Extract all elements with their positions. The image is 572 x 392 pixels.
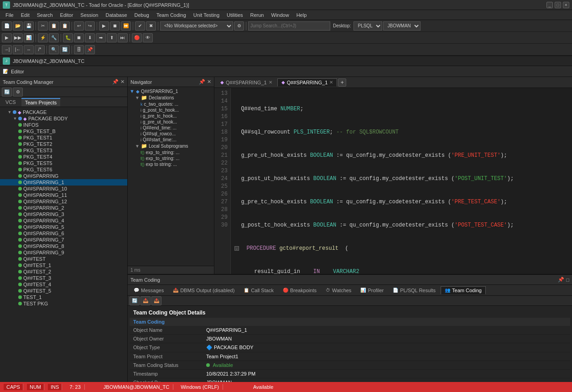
nav-func-1[interactable]: f() exp_to_string: ...	[128, 150, 214, 155]
bottom-tab-callstack[interactable]: 📋 Call Stack	[239, 286, 278, 294]
tree-item-q-sparring-11[interactable]: Q##SPARRING_11	[0, 192, 127, 198]
nav-g-pre-tc[interactable]: i g_pre_tc_hook...	[128, 113, 214, 119]
tb-step-into-btn[interactable]: ⬇	[85, 33, 95, 42]
nav-end-time[interactable]: i Q##end_time: ...	[128, 125, 214, 131]
tree-item-pkg-test1[interactable]: PKG_TEST1	[0, 134, 127, 141]
lp-settings-btn[interactable]: ⚙	[13, 88, 23, 97]
tb-execute-all-btn[interactable]: ▶▶	[13, 33, 23, 42]
tb-watch-btn[interactable]: 👁	[143, 33, 153, 42]
user-select[interactable]: JBOWMAN	[383, 21, 421, 31]
tree-item-infos[interactable]: INFOS	[0, 122, 127, 128]
lp-refresh-btn[interactable]: 🔄	[2, 88, 12, 97]
bottom-tab-messages[interactable]: 💬 Messages	[130, 286, 168, 294]
nav-func-3[interactable]: f() exp to string: ...	[128, 161, 214, 167]
tb-paste-btn[interactable]: 📋	[60, 21, 70, 31]
tb-commit-btn[interactable]: ✔	[135, 21, 145, 31]
menu-session[interactable]: Session	[77, 11, 102, 19]
tb-copy-btn[interactable]: 📋	[49, 21, 59, 31]
tb-object-search-btn[interactable]: 📌	[85, 45, 95, 54]
tb-outdent-btn[interactable]: |←	[13, 45, 23, 54]
tb-ws-btn[interactable]: ⚙	[234, 21, 244, 31]
jump-search-input[interactable]	[248, 21, 330, 31]
tb-run-to-cursor-btn[interactable]: ⏭	[118, 33, 128, 42]
tree-item-pkg-test6[interactable]: PKG_TEST6	[0, 166, 127, 173]
minimize-button[interactable]: _	[546, 2, 553, 8]
tb-cut-btn[interactable]: ✂	[38, 21, 48, 31]
tree-item-q-test-2[interactable]: Q##TEST_2	[0, 268, 127, 275]
close-button[interactable]: ✕	[563, 2, 569, 8]
bottom-panel-expand[interactable]: □	[566, 277, 569, 283]
tb-rollback-btn[interactable]: ✖	[146, 21, 156, 31]
tree-item-q-test-1[interactable]: Q##TEST_1	[0, 262, 127, 268]
menu-help[interactable]: Help	[293, 11, 311, 19]
tb-step-out-btn[interactable]: ⬆	[107, 33, 117, 42]
nav-g-pre-ut[interactable]: i g_pre_ut_hook...	[128, 119, 214, 125]
bottom-tab-profiler[interactable]: 📊 Profiler	[356, 286, 388, 294]
left-panel-pin[interactable]: 📌	[112, 79, 119, 85]
tree-item-q-sparring-7[interactable]: Q##SPARRING_7	[0, 237, 127, 243]
bt-checkout-btn[interactable]: 📤	[151, 296, 161, 305]
bottom-tab-breakpoints[interactable]: 🔴 Breakpoints	[279, 286, 321, 294]
menu-unit-testing[interactable]: Unit Testing	[190, 11, 223, 19]
bottom-tab-watches[interactable]: ⏱ Watches	[322, 286, 355, 294]
tb-undo-btn[interactable]: ↩	[74, 21, 84, 31]
tree-item-q-test-4[interactable]: Q##TEST_4	[0, 281, 127, 288]
tree-item-q-test-5[interactable]: Q##TEST_5	[0, 288, 127, 294]
tree-item-q-sparring-8[interactable]: Q##SPARRING_8	[0, 243, 127, 249]
menu-file[interactable]: File	[2, 11, 17, 19]
tb-save-btn[interactable]: 💾	[24, 21, 34, 31]
tb-open-btn[interactable]: 📂	[13, 21, 23, 31]
tb-new-btn[interactable]: 📄	[2, 21, 12, 31]
bottom-tab-team-coding[interactable]: 👥 Team Coding	[441, 286, 486, 294]
code-editor[interactable]: 13 14 15 16 17 18 19 20 21 22 23 24 25 2…	[214, 88, 572, 274]
tb-indent-btn[interactable]: →|	[2, 45, 12, 54]
menu-window[interactable]: Window	[268, 11, 293, 19]
tree-item-q-sparring-1[interactable]: Q##SPARRING_1	[0, 179, 127, 186]
tree-item-q-test[interactable]: Q##TEST	[0, 256, 127, 262]
tree-item-q-sparring-4[interactable]: Q##SPARRING_4	[0, 217, 127, 224]
tree-item-q-sparring-12[interactable]: Q##SPARRING_12	[0, 198, 127, 205]
workspace-select[interactable]: <No Workspace selected>	[160, 21, 233, 31]
tree-item-q-sparring-2[interactable]: Q##SPARRING_2	[0, 205, 127, 211]
navigator-pin[interactable]: 📌	[199, 79, 205, 85]
nav-func-2[interactable]: f() exp_to_string: ...	[128, 155, 214, 161]
code-content[interactable]: Q##end_time NUMBER; Q##sql_rowcount PLS_…	[231, 88, 572, 274]
tree-item-q-sparring-10[interactable]: Q##SPARRING_10	[0, 186, 127, 192]
tb-find-btn[interactable]: 🔍	[49, 45, 59, 54]
menu-edit[interactable]: Edit	[17, 11, 33, 19]
tb-explain-btn[interactable]: 📊	[24, 33, 34, 42]
tree-item-q-sparring-9[interactable]: Q##SPARRING_9	[0, 249, 127, 256]
tree-item-pkg-test-b[interactable]: PKG_TEST_B	[0, 128, 127, 134]
tree-item-package-body[interactable]: ▼ ◆ PACKAGE BODY	[0, 115, 127, 122]
bt-checkin-btn[interactable]: 📥	[140, 296, 151, 305]
restore-button[interactable]: □	[555, 2, 561, 8]
nav-start-time[interactable]: i Q##start_time:...	[128, 137, 214, 143]
tb-debug-start-btn[interactable]: 🐛	[63, 33, 73, 42]
navigator-close[interactable]: ✕	[207, 79, 211, 85]
tb-breakpoint-btn[interactable]: 🔴	[132, 33, 142, 42]
tree-item-q-test-3[interactable]: Q##TEST_3	[0, 275, 127, 281]
tab-team-projects[interactable]: Team Projects	[21, 98, 61, 106]
tree-item-pkg-test3[interactable]: PKG_TEST3	[0, 147, 127, 154]
nav-local-subprograms-header[interactable]: ▼ 📁 Local Subprograms	[128, 143, 214, 150]
tb-uncomment-btn[interactable]: /*	[35, 45, 45, 54]
tree-item-pkg-test2[interactable]: PKG_TEST2	[0, 141, 127, 147]
bottom-tab-dbms[interactable]: 📤 DBMS Output (disabled)	[169, 286, 239, 294]
editor-tab-2-close[interactable]: ✕	[329, 80, 333, 85]
nav-root[interactable]: ▼ ◆ Q##SPARRING_1	[128, 88, 214, 94]
tb-step-over-btn[interactable]: ➡	[96, 33, 106, 42]
tb-redo-btn[interactable]: ↪	[85, 21, 95, 31]
tab-vcs[interactable]: VCS	[2, 98, 20, 106]
bottom-panel-pin[interactable]: 📌	[558, 277, 564, 283]
menu-rerun[interactable]: Rerun	[247, 11, 268, 19]
nav-declarations-header[interactable]: ▼ 📁 Declarations	[128, 94, 214, 101]
tree-item-test-1[interactable]: TEST_1	[0, 294, 127, 300]
tree-item-q-sparring[interactable]: Q##SPARRING	[0, 173, 127, 179]
tb-schema-browser-btn[interactable]: 🗄	[74, 45, 84, 54]
tree-item-package[interactable]: ▼ ◆ PACKAGE	[0, 109, 127, 115]
editor-tab-1-close[interactable]: ✕	[269, 80, 272, 85]
tree-item-q-sparring-3[interactable]: Q##SPARRING_3	[0, 211, 127, 217]
desktop-select[interactable]: PLSQL	[354, 21, 382, 31]
menu-team-coding[interactable]: Team Coding	[153, 11, 190, 19]
editor-tab-add[interactable]: +	[338, 78, 346, 87]
